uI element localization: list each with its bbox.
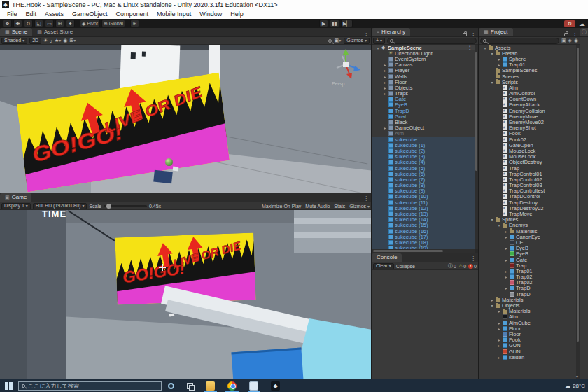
project-row[interactable]: Prefab: [479, 50, 576, 56]
global-toggle[interactable]: ⊕ Global: [102, 20, 125, 27]
project-row[interactable]: Fook: [479, 337, 576, 343]
project-row[interactable]: ObjectDestroy: [479, 160, 576, 165]
task-view-button[interactable]: [187, 383, 193, 389]
effects-dropdown-icon[interactable]: ★▾: [55, 38, 61, 43]
audio-toggle-icon[interactable]: ♪: [50, 38, 52, 43]
console-log-area[interactable]: [372, 270, 478, 379]
menu-item[interactable]: Component: [112, 10, 153, 19]
file-explorer-icon[interactable]: [206, 382, 215, 391]
stats-toggle[interactable]: Stats: [334, 204, 345, 209]
project-row[interactable]: EyeB: [479, 251, 576, 257]
project-row[interactable]: Assets: [479, 45, 576, 50]
game-panel-menu-icon[interactable]: ⋮: [361, 195, 371, 202]
hierarchy-create-button[interactable]: +▾: [373, 38, 385, 44]
gizmo-perspective-label[interactable]: Persp: [332, 81, 344, 86]
pause-button[interactable]: ▮▮: [330, 20, 340, 27]
project-row[interactable]: Sphere: [479, 56, 576, 62]
hierarchy-lock-icon[interactable]: [463, 33, 467, 36]
project-row[interactable]: TrapMove: [479, 211, 576, 216]
scale-slider[interactable]: [104, 205, 147, 207]
project-row[interactable]: Gate: [479, 257, 576, 262]
scene-viewport[interactable]: GO!GO! LIVE OR DIE Persp: [0, 45, 371, 193]
project-row[interactable]: Floor: [479, 326, 576, 331]
splitter-hierarchy-project[interactable]: [478, 28, 479, 379]
tab-hierarchy[interactable]: ≡ Hierarchy: [372, 28, 410, 36]
tool-button[interactable]: ▭: [45, 20, 54, 27]
collab-alert-icon[interactable]: ↻: [564, 20, 575, 27]
hierarchy-row[interactable]: Aim: [372, 131, 475, 136]
taskbar-weather[interactable]: ☁ 28°C: [565, 383, 588, 389]
hierarchy-row[interactable]: Objects: [372, 85, 475, 90]
hierarchy-row[interactable]: GameObject: [372, 125, 475, 131]
project-lock-icon[interactable]: [564, 33, 568, 36]
tab-asset-store[interactable]: ▤ Asset Store: [32, 28, 78, 36]
hierarchy-search-input[interactable]: [387, 38, 477, 44]
project-row[interactable]: Floor: [479, 331, 576, 337]
console-collapse-toggle[interactable]: Collapse: [396, 264, 415, 269]
gizmos-dropdown[interactable]: Gizmos▾: [344, 38, 370, 44]
pivot-toggle[interactable]: ◈ Pivot: [80, 20, 100, 27]
step-button[interactable]: ▶▏: [341, 20, 353, 27]
console-error-counter[interactable]: !0: [468, 264, 477, 269]
project-row[interactable]: Scenes: [479, 74, 576, 79]
mute-audio-toggle[interactable]: Mute Audio: [305, 204, 330, 209]
lighting-toggle-icon[interactable]: ☀: [43, 38, 48, 43]
maximize-on-play-toggle[interactable]: Maximize On Play: [262, 204, 301, 209]
tab-console[interactable]: Console: [372, 253, 402, 262]
tab-scene[interactable]: ▦ Scene: [0, 28, 32, 36]
menu-item[interactable]: Window: [195, 10, 226, 19]
project-row[interactable]: kaidan: [479, 354, 576, 360]
menu-item[interactable]: Mobile Input: [153, 10, 195, 19]
project-row[interactable]: EnemyShot: [479, 125, 576, 131]
tab-project[interactable]: ▦ Project: [479, 28, 513, 36]
grid-snapping-button[interactable]: ⊞: [130, 20, 139, 27]
cloud-services-icon[interactable]: ☁: [579, 20, 585, 27]
taskbar-search-input[interactable]: ここに入力して検索: [18, 382, 162, 391]
project-row[interactable]: Materials: [479, 297, 576, 302]
chrome-icon[interactable]: [227, 382, 237, 391]
splitter-project-inspector[interactable]: [580, 28, 580, 379]
game-viewport[interactable]: GO!GO! LIVE OR DIE TIME: [0, 210, 371, 379]
hierarchy-row[interactable]: EventSystem: [372, 56, 475, 62]
tool-button[interactable]: ❖: [3, 20, 12, 27]
splitter-scene-hierarchy[interactable]: [371, 28, 372, 379]
scene-visibility-icon[interactable]: ◉: [63, 38, 67, 43]
tool-button[interactable]: ↻: [24, 20, 33, 27]
project-row[interactable]: Fook: [479, 131, 576, 136]
hierarchy-row[interactable]: Gate: [372, 97, 475, 102]
project-row[interactable]: Materials: [479, 309, 576, 314]
tool-button[interactable]: ⊞: [55, 20, 64, 27]
notepad-icon[interactable]: [249, 382, 258, 391]
project-row[interactable]: SampleScenes: [479, 68, 576, 74]
project-row[interactable]: Scripts: [479, 79, 576, 85]
console-menu-icon[interactable]: ⋮: [468, 255, 478, 262]
project-row[interactable]: AimCube: [479, 320, 576, 326]
display-dropdown[interactable]: Display 1▾: [1, 203, 31, 209]
scene-camera-icon[interactable]: ▣▾: [335, 38, 342, 43]
scene-root-menu-icon[interactable]: ⋮: [468, 45, 475, 51]
console-info-counter[interactable]: ⓘ0: [448, 262, 456, 270]
menu-item[interactable]: Help: [226, 10, 248, 19]
hierarchy-row[interactable]: Floor: [372, 79, 475, 85]
hierarchy-row[interactable]: TrapD: [372, 108, 475, 113]
menu-item[interactable]: GameObject: [68, 10, 112, 19]
project-row[interactable]: GUN: [479, 349, 576, 354]
console-warning-counter[interactable]: ⚠0: [458, 263, 466, 269]
inspector-panel-edge[interactable]: [580, 37, 588, 379]
unity-taskbar-icon[interactable]: ◆: [271, 382, 280, 391]
menu-item[interactable]: Assets: [41, 10, 68, 19]
scene-panel-menu-icon[interactable]: ⋮: [361, 30, 371, 36]
game-gizmos-dropdown[interactable]: Gizmos ▾: [349, 204, 370, 209]
project-row[interactable]: GUN: [479, 343, 576, 349]
hierarchy-row[interactable]: Goal: [372, 113, 475, 119]
project-toolbar-icon[interactable]: ◉: [574, 38, 578, 43]
hierarchy-row[interactable]: Canvas: [372, 62, 475, 68]
menu-item[interactable]: Edit: [22, 10, 41, 19]
project-toolbar-icon[interactable]: ◈: [568, 38, 572, 43]
project-toolbar-icon[interactable]: ▣: [561, 38, 566, 43]
project-row[interactable]: CanonEye: [479, 234, 576, 239]
hierarchy-row[interactable]: Walls: [372, 74, 475, 79]
resolution-dropdown[interactable]: Full HD (1920x1080)▾: [33, 203, 88, 209]
start-button[interactable]: [5, 382, 13, 390]
hierarchy-row[interactable]: Traps: [372, 91, 475, 97]
